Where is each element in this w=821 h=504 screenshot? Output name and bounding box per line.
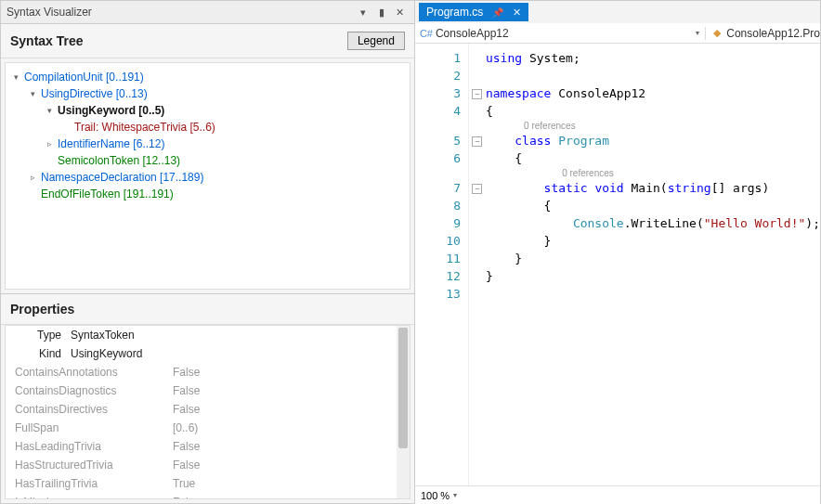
editor-body[interactable]: 12345678910111213 −−− using System;names… bbox=[415, 44, 820, 485]
syntax-visualizer-panel: Syntax Visualizer ▾ ▮ ✕ Syntax Tree Lege… bbox=[0, 0, 415, 504]
prop-key: Type bbox=[15, 329, 61, 342]
chevron-right-icon[interactable]: ▹ bbox=[43, 137, 56, 150]
fold-toggle[interactable]: − bbox=[472, 184, 482, 194]
scrollbar[interactable] bbox=[397, 326, 410, 498]
code-line[interactable]: static void Main(string[] args) bbox=[486, 179, 820, 197]
chevron-down-icon[interactable]: ▾ bbox=[43, 104, 56, 117]
prop-value: False bbox=[173, 384, 400, 397]
fold-toggle[interactable]: − bbox=[472, 136, 482, 147]
code-line[interactable] bbox=[486, 285, 820, 303]
properties-grid[interactable]: TypeSyntaxTokenKindUsingKeywordContainsA… bbox=[5, 325, 410, 499]
pin-icon[interactable]: 📌 bbox=[492, 7, 503, 18]
prop-key: ContainsDirectives bbox=[15, 403, 163, 416]
syntax-tree-header: Syntax Tree Legend bbox=[1, 24, 414, 58]
code-line[interactable]: { bbox=[486, 102, 820, 120]
property-row[interactable]: HasLeadingTriviaFalse bbox=[6, 437, 410, 456]
chevron-right-icon[interactable]: ▹ bbox=[26, 171, 39, 184]
nav-project-dropdown[interactable]: C# ConsoleApp12 ▾ bbox=[415, 27, 706, 40]
tree-node-label: UsingKeyword [0..5) bbox=[56, 103, 166, 118]
tree-node[interactable]: ▾UsingDirective [0..13) bbox=[9, 85, 406, 102]
codelens[interactable]: 0 references bbox=[486, 120, 820, 132]
property-row[interactable]: ContainsAnnotationsFalse bbox=[6, 363, 410, 381]
class-icon: ◆ bbox=[711, 28, 723, 39]
property-row[interactable]: HasTrailingTriviaTrue bbox=[6, 474, 410, 493]
tree-node-label: NamespaceDeclaration [17..189) bbox=[39, 170, 205, 185]
code-line[interactable]: } bbox=[486, 232, 820, 250]
pin-icon[interactable]: ▮ bbox=[373, 4, 390, 20]
fold-toggle[interactable]: − bbox=[472, 89, 482, 99]
codelens[interactable]: 0 references bbox=[486, 167, 820, 179]
line-number: 10 bbox=[415, 232, 461, 250]
line-number: 4 bbox=[415, 102, 461, 120]
prop-value: False bbox=[173, 366, 400, 379]
tree-node[interactable]: ▹NamespaceDeclaration [17..189) bbox=[9, 169, 406, 186]
prop-value: False bbox=[173, 496, 400, 499]
nav-bar: C# ConsoleApp12 ▾ ◆ ConsoleApp12.Pro bbox=[415, 23, 820, 44]
prop-key: FullSpan bbox=[15, 421, 163, 434]
syntax-tree-title: Syntax Tree bbox=[10, 33, 347, 48]
code-line[interactable]: } bbox=[486, 250, 820, 267]
line-number: 5 bbox=[415, 132, 461, 149]
tree-node-label: UsingDirective [0..13) bbox=[39, 86, 150, 101]
code-line[interactable]: { bbox=[486, 149, 820, 167]
code-line[interactable]: Console.WriteLine("Hello World!"); bbox=[486, 214, 820, 232]
property-row[interactable]: ContainsDiagnosticsFalse bbox=[6, 381, 410, 400]
chevron-down-icon[interactable]: ▾ bbox=[453, 491, 457, 499]
code-line[interactable]: { bbox=[486, 197, 820, 214]
line-number-gutter: 12345678910111213 bbox=[415, 44, 469, 485]
chevron-down-icon[interactable]: ▾ bbox=[9, 71, 22, 84]
prop-value: UsingKeyword bbox=[71, 347, 400, 360]
prop-key: ContainsAnnotations bbox=[15, 366, 163, 379]
tree-node[interactable]: Trail: WhitespaceTrivia [5..6) bbox=[9, 119, 406, 136]
code-line[interactable]: class Program bbox=[486, 132, 820, 149]
code-line[interactable]: } bbox=[486, 267, 820, 285]
properties-section: Properties TypeSyntaxTokenKindUsingKeywo… bbox=[1, 293, 414, 503]
zoom-level[interactable]: 100 % bbox=[421, 490, 450, 501]
line-number: 7 bbox=[415, 179, 461, 197]
prop-value: False bbox=[173, 403, 400, 416]
dropdown-icon[interactable]: ▾ bbox=[355, 4, 371, 20]
line-number: 12 bbox=[415, 267, 461, 285]
code-line[interactable]: using System; bbox=[486, 49, 820, 67]
prop-key: HasStructuredTrivia bbox=[15, 459, 163, 472]
tree-node[interactable]: SemicolonToken [12..13) bbox=[9, 152, 406, 169]
tab-strip: Program.cs 📌 ✕ bbox=[415, 1, 820, 23]
prop-value: False bbox=[173, 440, 400, 453]
close-icon[interactable]: ✕ bbox=[513, 6, 521, 19]
property-row[interactable]: FullSpan[0..6) bbox=[6, 419, 410, 437]
prop-key: IsMissing bbox=[15, 496, 163, 499]
tree-node-label: IdentifierName [6..12) bbox=[56, 136, 166, 151]
file-tab-program[interactable]: Program.cs 📌 ✕ bbox=[419, 3, 528, 21]
line-number: 8 bbox=[415, 197, 461, 214]
nav-type-dropdown[interactable]: ◆ ConsoleApp12.Pro bbox=[706, 27, 820, 40]
scrollbar-thumb[interactable] bbox=[398, 328, 408, 448]
nav-type-label: ConsoleApp12.Pro bbox=[726, 27, 820, 40]
tree-node[interactable]: EndOfFileToken [191..191) bbox=[9, 186, 406, 202]
properties-header: Properties bbox=[1, 294, 414, 325]
line-number: 3 bbox=[415, 84, 461, 102]
code-area[interactable]: using System;namespace ConsoleApp12{ 0 r… bbox=[486, 44, 820, 485]
line-number: 13 bbox=[415, 285, 461, 303]
property-row[interactable]: HasStructuredTriviaFalse bbox=[6, 456, 410, 474]
close-icon[interactable]: ✕ bbox=[392, 4, 409, 20]
property-row: KindUsingKeyword bbox=[6, 344, 410, 363]
tab-label: Program.cs bbox=[426, 6, 483, 19]
property-row[interactable]: ContainsDirectivesFalse bbox=[6, 400, 410, 419]
chevron-down-icon[interactable]: ▾ bbox=[26, 87, 39, 100]
tree-node-label: EndOfFileToken [191..191) bbox=[39, 187, 176, 201]
code-line[interactable] bbox=[486, 67, 820, 84]
prop-value: SyntaxToken bbox=[71, 329, 400, 342]
prop-key: Kind bbox=[15, 347, 61, 360]
property-row: TypeSyntaxToken bbox=[6, 326, 410, 344]
property-row[interactable]: IsMissingFalse bbox=[6, 493, 410, 499]
tree-node[interactable]: ▾CompilationUnit [0..191) bbox=[9, 69, 406, 85]
line-number: 2 bbox=[415, 67, 461, 84]
syntax-tree[interactable]: ▾CompilationUnit [0..191)▾UsingDirective… bbox=[5, 62, 410, 290]
tree-node[interactable]: ▹IdentifierName [6..12) bbox=[9, 136, 406, 152]
panel-title: Syntax Visualizer bbox=[7, 6, 353, 19]
code-line[interactable]: namespace ConsoleApp12 bbox=[486, 84, 820, 102]
prop-key: ContainsDiagnostics bbox=[15, 384, 163, 397]
prop-key: HasLeadingTrivia bbox=[15, 440, 163, 453]
legend-button[interactable]: Legend bbox=[347, 32, 405, 50]
tree-node[interactable]: ▾UsingKeyword [0..5) bbox=[9, 102, 406, 119]
